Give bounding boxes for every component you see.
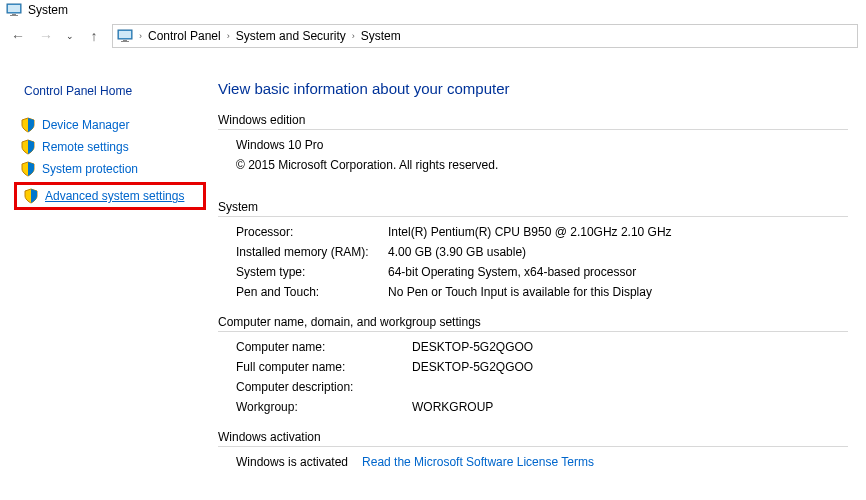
arrow-up-icon: ↑ <box>91 29 98 43</box>
activation-status: Windows is activated <box>236 455 348 469</box>
sidebar-item-label: Device Manager <box>42 118 129 132</box>
section-header: Windows edition <box>218 113 848 130</box>
prop-value: DESKTOP-5G2QGOO <box>412 340 848 354</box>
svg-rect-6 <box>123 40 127 41</box>
section-computer-name: Computer name, domain, and workgroup set… <box>218 315 848 414</box>
sidebar-item-device-manager[interactable]: Device Manager <box>14 114 206 136</box>
prop-value: DESKTOP-5G2QGOO <box>412 360 848 374</box>
section-header: Windows activation <box>218 430 848 447</box>
breadcrumb[interactable]: Control Panel <box>148 29 221 43</box>
control-panel-home-link[interactable]: Control Panel Home <box>14 78 206 114</box>
page-title: View basic information about your comput… <box>218 80 848 97</box>
chevron-down-icon: ⌄ <box>66 31 74 41</box>
sidebar-item-advanced-system-settings[interactable]: Advanced system settings <box>14 182 206 210</box>
history-dropdown[interactable]: ⌄ <box>64 26 76 46</box>
system-icon <box>6 2 22 18</box>
prop-row: Computer description: <box>218 380 848 394</box>
prop-label: System type: <box>236 265 388 279</box>
section-system: System Processor: Intel(R) Pentium(R) CP… <box>218 200 848 299</box>
window-title: System <box>28 3 68 17</box>
chevron-right-icon: › <box>352 31 355 41</box>
prop-label: Processor: <box>236 225 388 239</box>
edition-name: Windows 10 Pro <box>218 138 848 152</box>
prop-row: System type: 64-bit Operating System, x6… <box>218 265 848 279</box>
svg-rect-2 <box>12 14 16 15</box>
prop-row: Computer name: DESKTOP-5G2QGOO <box>218 340 848 354</box>
nav-row: ← → ⌄ ↑ › Control Panel › System and Sec… <box>0 20 866 52</box>
shield-icon <box>20 161 36 177</box>
chevron-right-icon: › <box>139 31 142 41</box>
breadcrumb[interactable]: System <box>361 29 401 43</box>
shield-icon <box>20 139 36 155</box>
up-button[interactable]: ↑ <box>84 26 104 46</box>
edition-copyright: © 2015 Microsoft Corporation. All rights… <box>218 158 848 172</box>
prop-value: 4.00 GB (3.90 GB usable) <box>388 245 848 259</box>
prop-label: Installed memory (RAM): <box>236 245 388 259</box>
prop-value <box>412 380 848 394</box>
back-button[interactable]: ← <box>8 26 28 46</box>
prop-label: Workgroup: <box>236 400 412 414</box>
sidebar-item-label: Remote settings <box>42 140 129 154</box>
prop-label: Computer name: <box>236 340 412 354</box>
prop-label: Computer description: <box>236 380 412 394</box>
forward-button[interactable]: → <box>36 26 56 46</box>
prop-value: No Pen or Touch Input is available for t… <box>388 285 848 299</box>
prop-row: Workgroup: WORKGROUP <box>218 400 848 414</box>
sidebar-item-label: Advanced system settings <box>45 189 184 203</box>
prop-label: Full computer name: <box>236 360 412 374</box>
prop-value: WORKGROUP <box>412 400 848 414</box>
section-header: Computer name, domain, and workgroup set… <box>218 315 848 332</box>
prop-value: Intel(R) Pentium(R) CPU B950 @ 2.10GHz 2… <box>388 225 848 239</box>
prop-row: Processor: Intel(R) Pentium(R) CPU B950 … <box>218 225 848 239</box>
sidebar-item-system-protection[interactable]: System protection <box>14 158 206 180</box>
prop-row: Installed memory (RAM): 4.00 GB (3.90 GB… <box>218 245 848 259</box>
section-activation: Windows activation Windows is activated … <box>218 430 848 469</box>
breadcrumb[interactable]: System and Security <box>236 29 346 43</box>
address-bar[interactable]: › Control Panel › System and Security › … <box>112 24 858 48</box>
section-windows-edition: Windows edition Windows 10 Pro © 2015 Mi… <box>218 113 848 172</box>
section-header: System <box>218 200 848 217</box>
license-terms-link[interactable]: Read the Microsoft Software License Term… <box>362 455 594 469</box>
chevron-right-icon: › <box>227 31 230 41</box>
sidebar: Control Panel Home Device Manager Remote… <box>0 78 206 469</box>
sidebar-item-label: System protection <box>42 162 138 176</box>
arrow-right-icon: → <box>39 29 53 43</box>
svg-rect-5 <box>119 31 131 38</box>
titlebar: System <box>0 0 866 20</box>
svg-rect-1 <box>8 5 20 12</box>
svg-rect-3 <box>10 15 18 16</box>
prop-value: 64-bit Operating System, x64-based proce… <box>388 265 848 279</box>
content: Control Panel Home Device Manager Remote… <box>0 52 866 469</box>
system-icon <box>117 28 133 44</box>
svg-rect-7 <box>121 41 129 42</box>
prop-label: Pen and Touch: <box>236 285 388 299</box>
prop-row: Pen and Touch: No Pen or Touch Input is … <box>218 285 848 299</box>
prop-row: Full computer name: DESKTOP-5G2QGOO <box>218 360 848 374</box>
arrow-left-icon: ← <box>11 29 25 43</box>
shield-icon <box>23 188 39 204</box>
sidebar-item-remote-settings[interactable]: Remote settings <box>14 136 206 158</box>
main-content: View basic information about your comput… <box>206 78 866 469</box>
shield-icon <box>20 117 36 133</box>
